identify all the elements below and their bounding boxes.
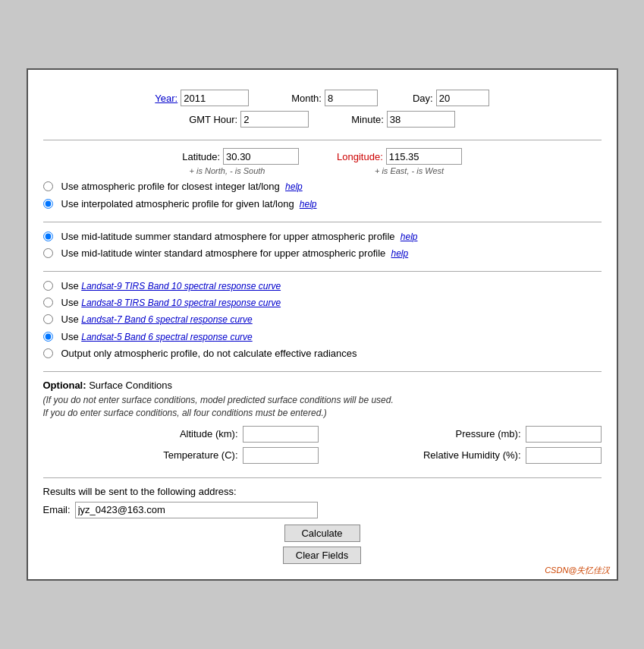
latitude-input[interactable] [223,148,299,165]
calculate-button[interactable]: Calculate [284,525,360,542]
atmosphere-radio-1-label: Use mid-latitude summer standard atmosph… [61,230,418,244]
spectral-radio-1-link[interactable]: Landsat-9 TIRS Band 10 spectral response… [81,281,281,291]
altitude-label: Altitude (km): [180,428,238,439]
month-label: Month: [291,93,322,104]
clear-fields-button[interactable]: Clear Fields [283,547,361,564]
latitude-hint: + is North, - is South [159,166,296,175]
temperature-label: Temperature (C): [163,449,237,461]
temperature-input[interactable] [243,447,319,464]
gmt-label: GMT Hour: [189,114,237,125]
latlong-radio-1[interactable] [43,181,53,191]
atmosphere-radio-2[interactable] [43,248,53,258]
latlong-radio-2-label: Use interpolated atmospheric profile for… [61,197,317,211]
spectral-radio-1-label: Use Landsat-9 TIRS Band 10 spectral resp… [61,279,281,293]
humidity-label: Relative Humidity (%): [423,449,521,461]
latlong-radio-1-help[interactable]: help [285,181,303,192]
spectral-radio-4-label: Use Landsat-5 Band 6 spectral response c… [61,330,253,344]
atmosphere-radio-1-help[interactable]: help [401,232,418,242]
spectral-radio-1[interactable] [43,281,53,291]
humidity-input[interactable] [526,447,602,464]
optional-note: (If you do not enter surface conditions,… [43,394,602,420]
atmosphere-radio-2-help[interactable]: help [391,248,409,259]
latlong-radio-2-help[interactable]: help [300,199,317,210]
atmosphere-radio-2-label: Use mid-latitude winter standard atmosph… [61,247,409,260]
spectral-radio-3[interactable] [43,314,53,324]
atmosphere-radio-1[interactable] [43,232,53,241]
pressure-input[interactable] [526,426,602,443]
month-input[interactable] [325,90,378,106]
year-label: Year: [155,93,177,104]
day-input[interactable] [436,90,489,106]
email-notice: Results will be sent to the following ad… [43,486,602,497]
spectral-radio-3-link[interactable]: Landsat-7 Band 6 spectral response curve [81,314,252,325]
email-label: Email: [43,504,71,515]
spectral-radio-2-link[interactable]: Landsat-8 TIRS Band 10 spectral response… [81,298,281,308]
spectral-radio-5[interactable] [43,348,53,358]
email-input[interactable] [75,502,318,518]
longitude-label: Longitude: [337,151,383,162]
spectral-radio-4[interactable] [43,332,53,342]
day-label: Day: [413,93,433,104]
latlong-radio-2[interactable] [43,199,53,209]
spectral-radio-2[interactable] [43,298,53,307]
spectral-radio-2-label: Use Landsat-8 TIRS Band 10 spectral resp… [61,296,281,310]
spectral-radio-3-label: Use Landsat-7 Band 6 spectral response c… [61,313,253,326]
altitude-input[interactable] [243,426,319,443]
minute-label: Minute: [351,114,384,125]
optional-title: Optional: Surface Conditions [43,380,602,391]
spectral-radio-4-link[interactable]: Landsat-5 Band 6 spectral response curve [81,332,252,342]
latlong-radio-1-label: Use atmospheric profile for closest inte… [61,180,303,194]
gmt-input[interactable] [240,111,309,128]
latitude-label: Latitude: [182,151,220,162]
pressure-label: Pressure (mb): [456,428,521,439]
longitude-input[interactable] [386,148,462,165]
minute-input[interactable] [387,111,455,128]
year-input[interactable] [181,90,249,106]
watermark: CSDN@失忆佳汉 [545,565,610,576]
spectral-radio-5-label: Output only atmospheric profile, do not … [61,347,357,361]
longitude-hint: + is East, - is West [334,166,485,175]
